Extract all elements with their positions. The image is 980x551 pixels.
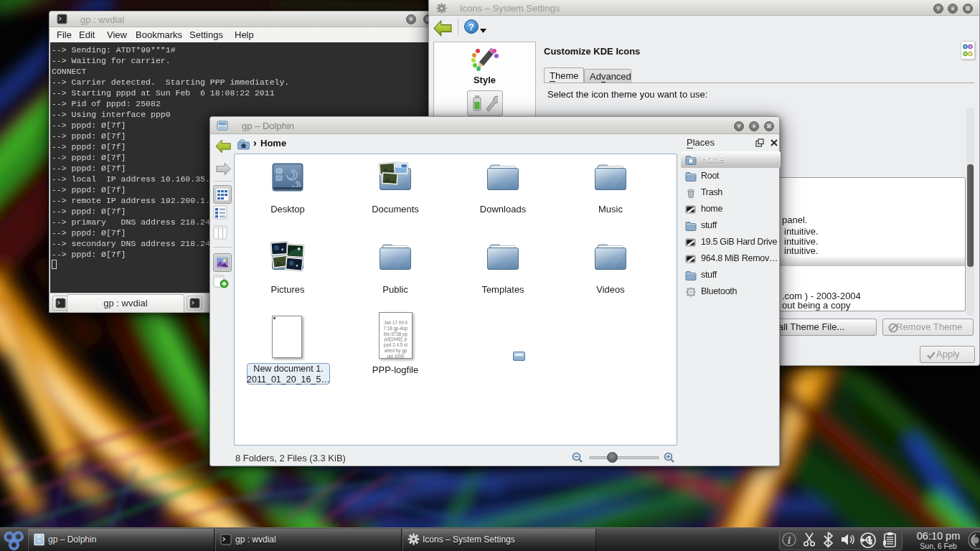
svg-text:?: ? [468, 22, 474, 32]
svg-text:i: i [788, 535, 791, 546]
